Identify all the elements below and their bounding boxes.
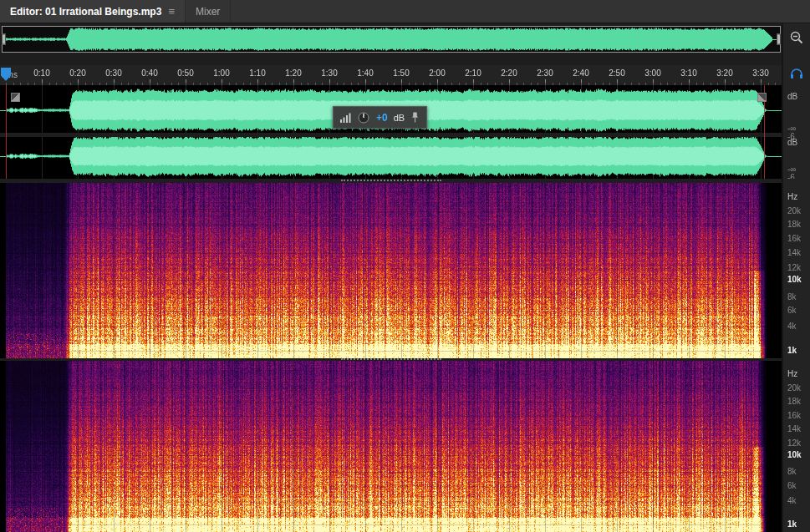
editor-tab-label: Editor: 01 Irrational Beings.mp3 xyxy=(10,6,161,18)
overview-right-handle[interactable] xyxy=(777,34,781,45)
ruler-tick-mark xyxy=(473,79,474,85)
db-scale-label: dB xyxy=(787,139,797,147)
db-scale-label: dB xyxy=(787,93,797,101)
ruler-tick-label: 0:20 xyxy=(69,68,85,78)
ruler-tick-label: 2:50 xyxy=(609,68,624,78)
ruler-tick-mark xyxy=(401,79,402,85)
ruler-tick-label: 2:10 xyxy=(465,68,481,78)
overview-left-handle[interactable] xyxy=(2,34,6,45)
freq-scale-label: 10k xyxy=(787,276,802,284)
freq-scale-label: 16k xyxy=(787,412,801,420)
freq-scale-label: 18k xyxy=(787,398,801,406)
ruler-tick-label: 1:20 xyxy=(285,68,301,78)
freq-scale-label: 12k xyxy=(787,439,801,448)
ruler-tick-label: 1:10 xyxy=(249,68,265,78)
freq-scale-label: 4k xyxy=(787,497,797,505)
ruler-tick-mark xyxy=(581,79,582,85)
freq-scale-label: 6k xyxy=(787,307,797,315)
ruler-tick-label: 0:50 xyxy=(177,68,193,78)
ruler-tick-mark xyxy=(617,79,618,85)
freq-scale-label: 8k xyxy=(787,468,797,476)
ruler-tick-label: 2:00 xyxy=(429,68,445,78)
ruler-row: hms 0:100:200:300:400:501:001:101:201:30… xyxy=(0,65,810,85)
freq-scale-label: Hz xyxy=(787,370,797,378)
freq-scale-label: 20k xyxy=(787,207,801,215)
ruler-tick-mark xyxy=(437,79,438,85)
overview-row xyxy=(0,23,810,55)
panel-menu-icon[interactable]: ≡ xyxy=(168,5,175,18)
ruler-tick-mark xyxy=(222,79,222,85)
spectrogram-row-left: Hz20k18k16k14k12k10k8k6k4k1k xyxy=(0,183,810,358)
ruler-tick-mark xyxy=(689,79,690,85)
overview-waveform-canvas[interactable] xyxy=(3,27,779,52)
zoom-out-icon[interactable] xyxy=(790,31,804,48)
ruler-tick-label: 3:00 xyxy=(644,68,660,78)
freq-scale-label: 1k xyxy=(787,520,797,529)
ruler-tick-label: 1:30 xyxy=(321,68,337,78)
overview-navigator[interactable] xyxy=(2,26,781,53)
ruler-tick-mark xyxy=(365,79,366,85)
ruler-tick-mark xyxy=(186,79,186,85)
amplitude-scale: dB-∞-6dB-∞-6 xyxy=(782,85,810,179)
ruler-tick-mark xyxy=(114,79,115,85)
freq-scale-label: 10k xyxy=(787,451,802,459)
waveform-display[interactable] xyxy=(0,85,782,179)
freq-scale-label: 18k xyxy=(787,220,801,229)
ruler-tick-mark xyxy=(761,79,762,85)
ruler-tick-label: 2:40 xyxy=(573,68,588,78)
ruler-tick-mark xyxy=(725,79,726,85)
fade-in-handle[interactable] xyxy=(11,93,20,102)
freq-scale-label: 14k xyxy=(787,425,801,433)
ruler-tick-mark xyxy=(329,79,330,85)
ruler-tick-label: 0:40 xyxy=(141,68,157,78)
tab-editor[interactable]: Editor: 01 Irrational Beings.mp3 ≡ xyxy=(0,0,186,23)
ruler-tick-mark xyxy=(42,79,43,85)
panel-tab-bar: Editor: 01 Irrational Beings.mp3 ≡ Mixer xyxy=(0,0,810,23)
ruler-tick-label: 0:10 xyxy=(33,68,49,78)
freq-scale-label: 6k xyxy=(787,482,797,490)
ruler-tick-mark xyxy=(78,79,79,85)
ruler-tick-mark xyxy=(653,79,654,85)
mixer-tab-label: Mixer xyxy=(196,6,220,18)
gain-unit: dB xyxy=(394,113,405,123)
ruler-tick-label: 1:00 xyxy=(213,68,229,78)
freq-scale-label: 20k xyxy=(787,384,801,393)
freq-scale-label: 8k xyxy=(787,293,797,301)
spectrogram-row-right: Hz20k18k16k14k12k10k8k6k4k1k xyxy=(0,361,810,532)
ruler-tick-mark xyxy=(150,79,150,85)
freq-scale-label: 16k xyxy=(787,235,801,243)
freq-scale-label: 1k xyxy=(787,347,797,355)
freq-scale-label: Hz xyxy=(787,193,797,201)
spectrogram-left-channel[interactable] xyxy=(0,183,782,358)
gain-knob-icon[interactable] xyxy=(357,111,370,124)
ruler-tick-mark xyxy=(257,79,258,85)
ruler-tick-mark xyxy=(509,79,510,85)
ruler-tick-label: 3:10 xyxy=(680,68,696,78)
freq-scale-label: 4k xyxy=(787,322,797,331)
spectrogram-right-channel[interactable] xyxy=(0,361,782,532)
frequency-scale-right: Hz20k18k16k14k12k10k8k6k4k1k xyxy=(782,361,810,532)
ruler-tick-label: 1:40 xyxy=(357,68,373,78)
ruler-tick-label: 2:20 xyxy=(501,68,517,78)
ruler-tick-label: 3:30 xyxy=(752,68,768,78)
timeline-ruler[interactable]: hms 0:100:200:300:400:501:001:101:201:30… xyxy=(0,65,782,85)
ruler-tick-label: 0:30 xyxy=(105,68,121,78)
ruler-tick-mark xyxy=(545,79,546,85)
level-meter-icon xyxy=(340,113,351,123)
pin-icon[interactable] xyxy=(410,112,420,123)
ruler-tick-label: 2:30 xyxy=(537,68,553,78)
fade-out-handle[interactable] xyxy=(757,93,767,102)
tab-mixer[interactable]: Mixer xyxy=(186,0,231,23)
frequency-scale-left: Hz20k18k16k14k12k10k8k6k4k1k xyxy=(782,183,810,358)
freq-scale-label: 14k xyxy=(787,249,801,257)
monitor-rail xyxy=(782,65,810,85)
spacer-row xyxy=(0,55,810,65)
clip-gain-hud[interactable]: +0 dB xyxy=(333,106,427,129)
audition-editor-window: Editor: 01 Irrational Beings.mp3 ≡ Mixer xyxy=(0,0,810,532)
waveform-row: +0 dB dB-∞-6dB-∞-6 xyxy=(0,85,810,179)
gain-value: +0 xyxy=(376,112,388,124)
zoom-rail xyxy=(782,23,810,55)
headphone-monitor-icon[interactable] xyxy=(790,68,803,83)
ruler-tick-label: 1:50 xyxy=(393,68,409,78)
freq-scale-label: 12k xyxy=(787,264,801,272)
